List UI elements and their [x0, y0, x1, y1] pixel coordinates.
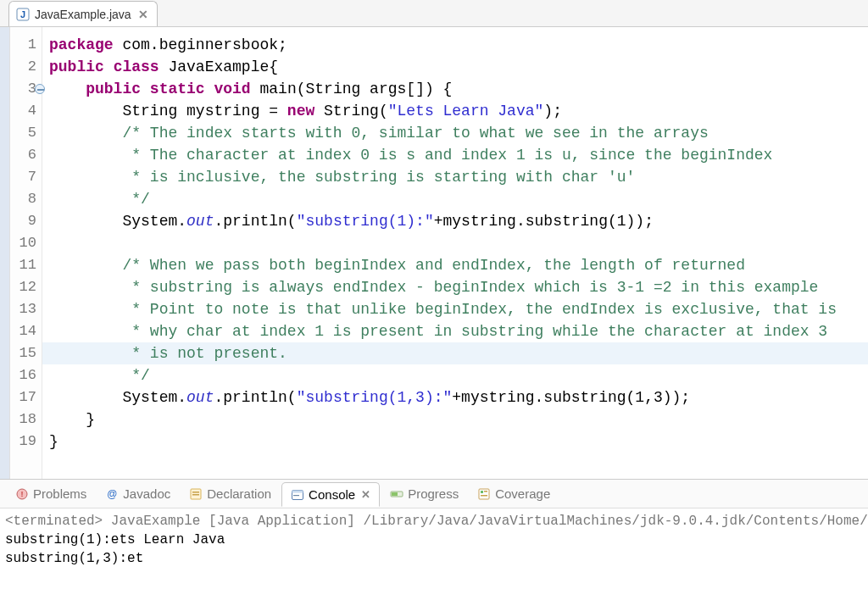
- tab-coverage[interactable]: Coverage: [469, 482, 559, 505]
- svg-rect-10: [293, 495, 299, 496]
- tab-coverage-label: Coverage: [495, 486, 550, 501]
- console-icon: [291, 488, 304, 502]
- console-terminated-header: <terminated> JavaExample [Java Applicati…: [5, 512, 863, 531]
- svg-text:J: J: [20, 9, 25, 19]
- svg-rect-14: [481, 491, 483, 493]
- code-line[interactable]: /* When we pass both beginIndex and endI…: [42, 254, 868, 276]
- line-number: 18: [10, 408, 42, 431]
- line-number: 10: [10, 232, 42, 254]
- line-number: 2: [10, 56, 42, 78]
- code-line[interactable]: * substring is always endIndex - beginIn…: [42, 276, 868, 298]
- java-file-icon: J: [16, 8, 30, 21]
- svg-rect-15: [484, 491, 487, 492]
- bottom-panel: ! Problems @ Javadoc Declaration Co: [0, 479, 868, 589]
- code-body[interactable]: package com.beginnersbook;public class J…: [42, 27, 868, 479]
- line-number: 12: [10, 276, 42, 298]
- tab-problems[interactable]: ! Problems: [7, 482, 95, 505]
- line-number: 17: [10, 386, 42, 408]
- tab-console[interactable]: Console ✕: [281, 482, 380, 507]
- line-number: 5: [10, 122, 42, 144]
- svg-text:@: @: [107, 488, 117, 500]
- code-line[interactable]: * why char at index 1 is present in subs…: [42, 320, 868, 342]
- line-number: 9: [10, 210, 42, 232]
- svg-rect-6: [192, 492, 199, 493]
- code-line[interactable]: * is not present.: [42, 342, 868, 364]
- line-number: 14: [10, 320, 42, 342]
- line-number: 16: [10, 364, 42, 386]
- editor-tab[interactable]: J JavaExample.java ✕: [8, 1, 158, 26]
- console-output[interactable]: <terminated> JavaExample [Java Applicati…: [0, 508, 868, 589]
- views-tab-row: ! Problems @ Javadoc Declaration Co: [0, 480, 868, 508]
- line-number-gutter: 12345678910111213141516171819: [10, 27, 42, 479]
- svg-rect-13: [479, 489, 489, 499]
- console-line: substring(1):ets Learn Java: [5, 531, 863, 549]
- tab-javadoc-label: Javadoc: [123, 486, 170, 501]
- console-line: substring(1,3):et: [5, 549, 863, 568]
- close-tab-icon[interactable]: ✕: [138, 8, 148, 21]
- svg-rect-9: [292, 490, 303, 492]
- marker-strip: [0, 27, 10, 479]
- code-line[interactable]: }: [42, 431, 868, 453]
- code-line[interactable]: [42, 232, 868, 254]
- line-number: 19: [10, 431, 42, 453]
- code-line[interactable]: System.out.println("substring(1):"+mystr…: [42, 210, 868, 232]
- editor-tab-label: JavaExample.java: [35, 8, 131, 21]
- tab-declaration-label: Declaration: [207, 486, 271, 501]
- svg-rect-7: [192, 494, 199, 496]
- line-number: 8: [10, 188, 42, 210]
- svg-rect-12: [392, 492, 398, 496]
- code-line[interactable]: */: [42, 364, 868, 386]
- line-number: 7: [10, 166, 42, 188]
- svg-text:!: !: [21, 490, 24, 498]
- code-line[interactable]: }: [42, 408, 868, 431]
- code-line[interactable]: * The character at index 0 is s and inde…: [42, 144, 868, 166]
- svg-rect-16: [481, 495, 487, 497]
- line-number: 15: [10, 342, 42, 364]
- code-line[interactable]: package com.beginnersbook;: [42, 34, 868, 56]
- close-view-icon[interactable]: ✕: [361, 488, 370, 501]
- code-line[interactable]: public class JavaExample{: [42, 56, 868, 78]
- tab-declaration[interactable]: Declaration: [181, 482, 280, 505]
- code-line[interactable]: */: [42, 188, 868, 210]
- line-number: 11: [10, 254, 42, 276]
- tab-progress-label: Progress: [408, 486, 459, 501]
- code-editor[interactable]: 12345678910111213141516171819 package co…: [0, 27, 868, 479]
- editor-tab-bar: J JavaExample.java ✕: [0, 0, 868, 27]
- code-line[interactable]: * is inclusive, the substring is startin…: [42, 166, 868, 188]
- javadoc-icon: @: [105, 487, 119, 501]
- tab-javadoc[interactable]: @ Javadoc: [97, 482, 179, 505]
- line-number: 13: [10, 298, 42, 320]
- code-line[interactable]: public static void main(String args[]) {: [42, 78, 868, 100]
- progress-icon: [390, 487, 403, 501]
- code-line[interactable]: String mystring = new String("Lets Learn…: [42, 100, 868, 122]
- declaration-icon: [189, 487, 203, 501]
- line-number: 4: [10, 100, 42, 122]
- tab-problems-label: Problems: [33, 486, 86, 501]
- line-number: 3: [10, 78, 42, 100]
- problems-icon: !: [15, 487, 29, 501]
- line-number: 6: [10, 144, 42, 166]
- tab-console-label: Console: [309, 487, 355, 502]
- coverage-icon: [477, 487, 491, 501]
- code-line[interactable]: /* The index starts with 0, similar to w…: [42, 122, 868, 144]
- code-line[interactable]: * Point to note is that unlike beginInde…: [42, 298, 868, 320]
- line-number: 1: [10, 34, 42, 56]
- tab-progress[interactable]: Progress: [381, 482, 467, 505]
- code-line[interactable]: System.out.println("substring(1,3):"+mys…: [42, 386, 868, 408]
